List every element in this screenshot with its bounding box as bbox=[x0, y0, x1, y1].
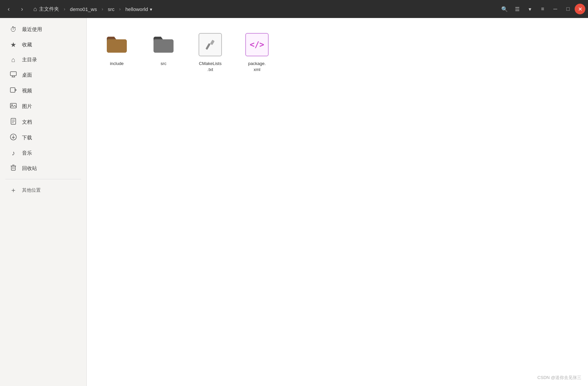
home-sidebar-icon: ⌂ bbox=[9, 56, 17, 64]
file-grid: include src bbox=[97, 28, 578, 76]
downloads-icon bbox=[9, 134, 17, 142]
main-layout: ⏱ 最近使用 ★ 收藏 ⌂ 主目录 桌面 bbox=[0, 18, 588, 386]
breadcrumb-src[interactable]: src bbox=[104, 4, 118, 14]
sidebar-item-video-label: 视频 bbox=[22, 88, 32, 94]
breadcrumb-home[interactable]: ⌂ 主文件夹 bbox=[29, 4, 63, 15]
sidebar-item-desktop[interactable]: 桌面 bbox=[3, 68, 84, 83]
maximize-button[interactable]: □ bbox=[562, 3, 574, 15]
sidebar-item-pictures-label: 图片 bbox=[22, 103, 32, 110]
sidebar-item-music-label: 音乐 bbox=[22, 150, 32, 156]
favorites-icon: ★ bbox=[9, 41, 17, 49]
sidebar-item-trash[interactable]: 回收站 bbox=[3, 161, 84, 176]
file-item-packagexml[interactable]: </> package.xml bbox=[237, 28, 277, 76]
sidebar-item-video[interactable]: 视频 bbox=[3, 83, 84, 98]
sidebar-item-music[interactable]: ♪ 音乐 bbox=[3, 146, 84, 160]
svg-rect-0 bbox=[10, 72, 16, 76]
svg-rect-6 bbox=[10, 103, 16, 108]
music-icon: ♪ bbox=[9, 149, 17, 157]
minimize-button[interactable]: ─ bbox=[549, 3, 561, 15]
sidebar-item-recent-label: 最近使用 bbox=[22, 26, 42, 33]
sidebar-item-downloads[interactable]: 下载 bbox=[3, 130, 84, 145]
breadcrumb-sep-1: › bbox=[63, 6, 66, 12]
forward-icon: › bbox=[21, 6, 23, 13]
sidebar-item-other-label: 其他位置 bbox=[22, 187, 41, 193]
file-item-include[interactable]: include bbox=[97, 28, 137, 76]
breadcrumb-sep-3: › bbox=[118, 6, 121, 12]
close-button[interactable]: ✕ bbox=[575, 4, 585, 14]
svg-rect-14 bbox=[11, 166, 15, 170]
add-icon: ＋ bbox=[9, 186, 17, 195]
sidebar-item-desktop-label: 桌面 bbox=[22, 72, 32, 78]
watermark: CSDN @送你去见张三 bbox=[537, 375, 581, 381]
sidebar-divider bbox=[5, 179, 81, 179]
cmake-file-icon bbox=[197, 31, 224, 58]
search-button[interactable]: 🔍 bbox=[499, 3, 511, 15]
file-area: include src bbox=[87, 18, 588, 386]
menu-icon: ≡ bbox=[541, 6, 544, 12]
breadcrumb-sep-2: › bbox=[101, 6, 104, 12]
maximize-icon: □ bbox=[566, 6, 570, 12]
file-item-src[interactable]: src bbox=[143, 28, 184, 76]
sidebar-item-favorites-label: 收藏 bbox=[22, 42, 32, 48]
folder-include-icon bbox=[103, 31, 130, 58]
minimize-icon: ─ bbox=[553, 6, 557, 12]
breadcrumb-src-label: src bbox=[108, 6, 114, 12]
svg-rect-19 bbox=[210, 40, 215, 45]
back-button[interactable]: ‹ bbox=[3, 3, 15, 15]
file-cmake-label: CMakeLists.txt bbox=[199, 61, 222, 73]
trash-icon bbox=[9, 164, 17, 173]
desktop-icon bbox=[9, 71, 17, 79]
svg-rect-4 bbox=[10, 88, 15, 92]
documents-icon bbox=[9, 118, 17, 126]
recent-icon: ⏱ bbox=[9, 26, 17, 33]
xml-file-icon: </> bbox=[244, 31, 270, 58]
sidebar-item-other-locations[interactable]: ＋ 其他位置 bbox=[3, 182, 84, 198]
view-dropdown-button[interactable]: ▾ bbox=[524, 3, 536, 15]
breadcrumb-home-label: 主文件夹 bbox=[39, 6, 59, 12]
view-icon: ☰ bbox=[515, 6, 520, 12]
folder-src-icon bbox=[150, 31, 177, 58]
file-xml-label: package.xml bbox=[248, 61, 266, 73]
svg-marker-5 bbox=[15, 89, 16, 91]
home-icon: ⌂ bbox=[33, 6, 37, 13]
sidebar-item-pictures[interactable]: 图片 bbox=[3, 99, 84, 114]
breadcrumb: ⌂ 主文件夹 › demo01_ws › src › helloworld bbox=[29, 4, 497, 15]
titlebar: ‹ › ⌂ 主文件夹 › demo01_ws › src › helloworl… bbox=[0, 0, 588, 18]
video-icon bbox=[9, 87, 17, 95]
breadcrumb-helloworld[interactable]: helloworld bbox=[121, 4, 157, 14]
sidebar-item-documents-label: 文档 bbox=[22, 119, 32, 125]
forward-button[interactable]: › bbox=[16, 3, 28, 15]
sidebar-item-recent[interactable]: ⏱ 最近使用 bbox=[3, 22, 84, 37]
sidebar-item-home-label: 主目录 bbox=[22, 57, 37, 63]
breadcrumb-demo01ws-label: demo01_ws bbox=[70, 6, 97, 12]
svg-rect-20 bbox=[206, 43, 211, 50]
sidebar-item-home[interactable]: ⌂ 主目录 bbox=[3, 53, 84, 67]
dropdown-icon: ▾ bbox=[529, 6, 531, 12]
menu-button[interactable]: ≡ bbox=[537, 3, 549, 15]
search-icon: 🔍 bbox=[501, 6, 508, 12]
chevron-down-icon bbox=[150, 6, 152, 12]
sidebar-item-trash-label: 回收站 bbox=[22, 165, 37, 172]
file-item-cmakelists[interactable]: CMakeLists.txt bbox=[190, 28, 230, 76]
sidebar-item-downloads-label: 下载 bbox=[22, 135, 32, 141]
sidebar: ⏱ 最近使用 ★ 收藏 ⌂ 主目录 桌面 bbox=[0, 18, 87, 386]
breadcrumb-demo01ws[interactable]: demo01_ws bbox=[66, 4, 101, 14]
sidebar-item-documents[interactable]: 文档 bbox=[3, 115, 84, 130]
sidebar-item-favorites[interactable]: ★ 收藏 bbox=[3, 37, 84, 52]
pictures-icon bbox=[9, 102, 17, 111]
close-icon: ✕ bbox=[578, 6, 582, 12]
back-icon: ‹ bbox=[8, 6, 10, 13]
file-include-label: include bbox=[110, 61, 123, 67]
breadcrumb-helloworld-label: helloworld bbox=[125, 6, 148, 12]
titlebar-actions: 🔍 ☰ ▾ ≡ ─ □ ✕ bbox=[499, 3, 585, 15]
view-button[interactable]: ☰ bbox=[511, 3, 523, 15]
file-src-label: src bbox=[161, 61, 166, 67]
